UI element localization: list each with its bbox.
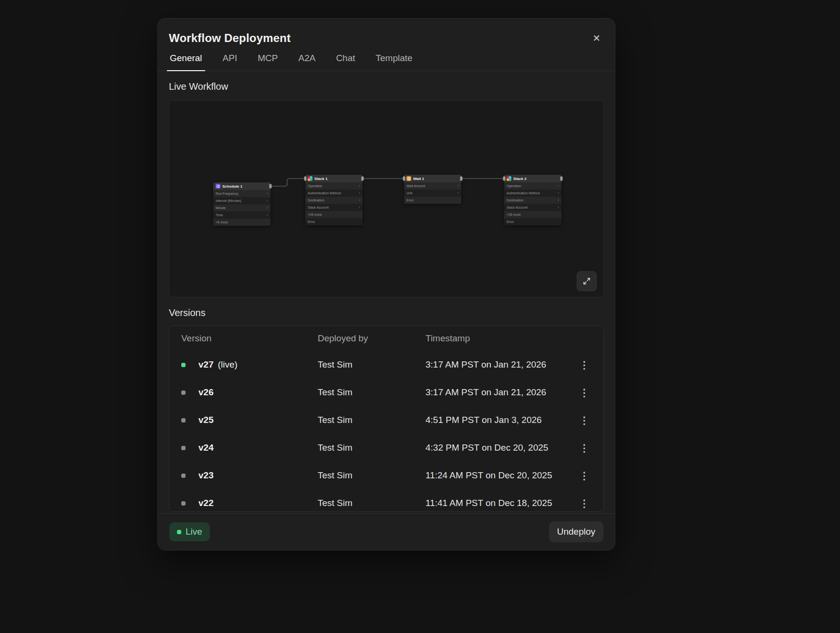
chevron-right-icon: › bbox=[457, 184, 459, 188]
version-label: v23 bbox=[198, 470, 318, 481]
live-status-badge: Live bbox=[169, 522, 210, 541]
close-icon: ✕ bbox=[592, 33, 601, 43]
version-row[interactable]: v24 Test Sim 4:32 PM PST on Dec 20, 2025… bbox=[169, 434, 603, 462]
node-slack-1[interactable]: Slack 1 Operation› Authentication Method… bbox=[305, 175, 363, 225]
tab-chat[interactable]: Chat bbox=[335, 53, 356, 71]
node-field-row: Operation› bbox=[504, 182, 561, 190]
version-number: v22 bbox=[198, 498, 214, 508]
kebab-icon: ⋮ bbox=[580, 443, 590, 454]
node-field-row: Destination› bbox=[504, 197, 561, 204]
node-error-row: Error bbox=[404, 197, 461, 204]
chevron-right-icon: › bbox=[359, 191, 360, 195]
version-label: v25 bbox=[198, 415, 318, 425]
row-menu-button[interactable]: ⋮ bbox=[576, 386, 593, 400]
modal-header: Workflow Deployment ✕ bbox=[158, 19, 615, 45]
chevron-right-icon: › bbox=[558, 184, 559, 188]
chevron-right-icon: › bbox=[267, 191, 268, 196]
expand-icon bbox=[583, 277, 591, 285]
slack-icon bbox=[308, 176, 312, 181]
version-number: v24 bbox=[198, 443, 214, 453]
version-status-dot bbox=[181, 474, 186, 478]
deployed-by: Test Sim bbox=[318, 359, 425, 370]
tab-general[interactable]: General bbox=[169, 53, 203, 71]
timestamp: 3:17 AM PST on Jan 21, 2026 bbox=[425, 359, 573, 370]
row-menu-button[interactable]: ⋮ bbox=[576, 469, 593, 483]
version-number: v23 bbox=[198, 470, 214, 481]
chevron-right-icon: › bbox=[457, 191, 459, 195]
version-label: v22 bbox=[198, 498, 318, 508]
node-wait-1[interactable]: Wait 1 Wait Amount› Unit› Error bbox=[404, 175, 461, 204]
schedule-icon bbox=[216, 184, 220, 189]
node-error-row: Error bbox=[305, 218, 363, 225]
kebab-icon: ⋮ bbox=[580, 415, 590, 426]
node-more-label: +6 more bbox=[216, 221, 228, 224]
version-number: v26 bbox=[198, 387, 214, 398]
version-live-suffix: (live) bbox=[218, 359, 238, 370]
tab-a2a[interactable]: A2A bbox=[297, 53, 316, 71]
version-number: v27 bbox=[198, 359, 214, 370]
column-version: Version bbox=[181, 333, 318, 344]
node-more-row: +26 more bbox=[504, 211, 561, 218]
expand-canvas-button[interactable] bbox=[577, 271, 597, 291]
version-status-dot bbox=[181, 501, 186, 506]
modal-footer: Live Undeploy bbox=[158, 513, 615, 550]
row-menu-button[interactable]: ⋮ bbox=[576, 413, 593, 427]
deployed-by: Test Sim bbox=[318, 387, 425, 398]
node-title: Slack 1 bbox=[314, 177, 328, 181]
version-row[interactable]: v26 Test Sim 3:17 AM PST on Jan 21, 2026… bbox=[169, 379, 603, 406]
node-schedule-1[interactable]: Schedule 1 Run Frequency› Interval (Minu… bbox=[213, 182, 270, 226]
column-timestamp: Timestamp bbox=[425, 333, 573, 344]
chevron-right-icon: › bbox=[359, 184, 360, 188]
version-row[interactable]: v22 Test Sim 11:41 AM PST on Dec 18, 202… bbox=[169, 489, 603, 512]
version-status-dot bbox=[181, 363, 186, 367]
kebab-icon: ⋮ bbox=[580, 498, 590, 509]
node-field-label: Slack Account bbox=[308, 206, 329, 209]
live-workflow-heading: Live Workflow bbox=[169, 81, 604, 92]
version-row[interactable]: v23 Test Sim 11:24 AM PST on Dec 20, 202… bbox=[169, 462, 603, 489]
timestamp: 11:41 AM PST on Dec 18, 2025 bbox=[425, 498, 573, 508]
node-field-label: Slack Account bbox=[507, 206, 528, 209]
node-slack-2[interactable]: Slack 2 Operation› Authentication Method… bbox=[504, 175, 561, 225]
node-rows: Run Frequency› Interval (Minutes)› Minut… bbox=[213, 190, 270, 226]
row-menu-button[interactable]: ⋮ bbox=[576, 358, 593, 372]
node-field-row: Destination› bbox=[305, 197, 363, 204]
node-header: Wait 1 bbox=[404, 175, 461, 182]
node-field-row: Interval (Minutes)› bbox=[213, 197, 270, 204]
tab-api[interactable]: API bbox=[222, 53, 239, 71]
undeploy-button[interactable]: Undeploy bbox=[549, 521, 603, 542]
node-rows: Wait Amount› Unit› Error bbox=[404, 182, 461, 204]
workflow-canvas[interactable]: Schedule 1 Run Frequency› Interval (Minu… bbox=[169, 100, 604, 297]
close-button[interactable]: ✕ bbox=[590, 32, 603, 45]
version-row[interactable]: v27(live) Test Sim 3:17 AM PST on Jan 21… bbox=[169, 351, 603, 379]
node-field-row: Slack Account› bbox=[504, 204, 561, 211]
node-field-label: Interval (Minutes) bbox=[216, 199, 241, 202]
version-status-dot bbox=[181, 390, 186, 395]
row-menu-button[interactable]: ⋮ bbox=[576, 496, 593, 510]
node-more-row: +6 more bbox=[213, 219, 270, 226]
node-rows: Operation› Authentication Method› Destin… bbox=[504, 182, 561, 225]
node-field-row: Minute› bbox=[213, 204, 270, 211]
node-field-label: Authentication Method bbox=[308, 191, 341, 195]
chevron-right-icon: › bbox=[359, 205, 360, 210]
node-field-label: Time bbox=[216, 213, 223, 217]
version-row[interactable]: v25 Test Sim 4:51 PM PST on Jan 3, 2026 … bbox=[169, 406, 603, 434]
chevron-right-icon: › bbox=[558, 205, 559, 210]
node-field-label: Minute bbox=[216, 206, 226, 210]
chevron-right-icon: › bbox=[267, 206, 268, 210]
chevron-right-icon: › bbox=[267, 199, 268, 203]
versions-table: Version Deployed by Timestamp v27(live) … bbox=[169, 326, 604, 512]
node-header: Slack 2 bbox=[504, 175, 561, 182]
node-title: Schedule 1 bbox=[222, 184, 242, 189]
node-field-row: Authentication Method› bbox=[504, 190, 561, 197]
node-field-label: Operation bbox=[507, 184, 521, 188]
node-field-label: Destination bbox=[308, 199, 324, 202]
tab-template[interactable]: Template bbox=[375, 53, 414, 71]
tab-mcp[interactable]: MCP bbox=[257, 53, 279, 71]
row-menu-button[interactable]: ⋮ bbox=[576, 441, 593, 455]
node-field-row: Run Frequency› bbox=[213, 190, 270, 197]
node-field-label: Authentication Method bbox=[507, 191, 540, 195]
deployed-by: Test Sim bbox=[318, 443, 425, 453]
kebab-icon: ⋮ bbox=[580, 387, 590, 398]
versions-heading: Versions bbox=[169, 307, 604, 318]
node-field-row: Operation› bbox=[305, 182, 363, 190]
